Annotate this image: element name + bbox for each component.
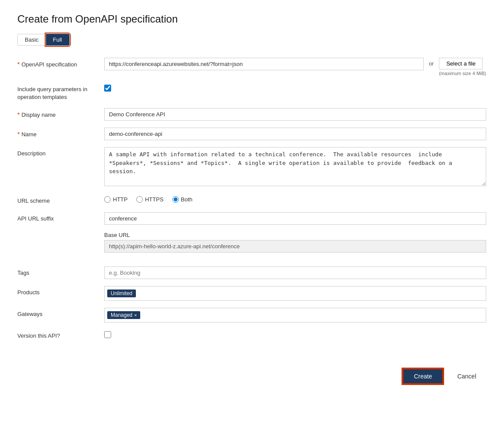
radio-both[interactable]: Both <box>172 196 193 203</box>
name-label: *Name <box>17 128 104 139</box>
base-url-input <box>104 240 486 253</box>
required-star: * <box>17 61 20 68</box>
include-query-row: Include query parameters in operation te… <box>17 83 487 101</box>
api-url-suffix-row: API URL suffix <box>17 212 487 225</box>
version-control <box>104 329 486 338</box>
gateways-control: Managed × <box>104 308 486 322</box>
version-checkbox[interactable] <box>104 331 111 338</box>
openapi-spec-input[interactable] <box>104 58 424 70</box>
products-label: Products <box>17 286 104 296</box>
gateways-input-area[interactable]: Managed × <box>104 308 486 322</box>
tab-basic[interactable]: Basic <box>17 34 46 46</box>
radio-http-label: HTTP <box>113 196 128 203</box>
tags-input[interactable] <box>104 266 486 279</box>
products-input-area[interactable]: Unlimited <box>104 286 486 301</box>
required-star-3: * <box>17 131 20 138</box>
products-chip-unlimited: Unlimited <box>107 289 136 297</box>
name-row: *Name <box>17 128 487 140</box>
url-scheme-row: URL scheme HTTP HTTPS Both <box>17 194 487 205</box>
gateways-label: Gateways <box>17 308 104 318</box>
base-url-control: Base URL <box>104 232 486 260</box>
name-control <box>104 128 486 140</box>
radio-both-label: Both <box>181 196 193 203</box>
radio-https-label: HTTPS <box>145 196 164 203</box>
name-input[interactable] <box>104 128 486 140</box>
gateways-chip-remove[interactable]: × <box>134 312 137 318</box>
description-row: Description A sample API with informatio… <box>17 147 487 187</box>
gateways-chip-managed: Managed × <box>107 311 140 319</box>
radio-both-input[interactable] <box>172 196 179 203</box>
version-label: Version this API? <box>17 329 104 340</box>
include-query-control <box>104 83 486 92</box>
include-query-checkbox[interactable] <box>104 85 111 92</box>
page-title: Create from OpenAPI specification <box>17 13 487 25</box>
cancel-button[interactable]: Cancel <box>447 368 487 384</box>
max-size-note: (maximum size 4 MiB) <box>439 71 486 76</box>
create-button[interactable]: Create <box>402 368 443 384</box>
version-row: Version this API? <box>17 329 487 340</box>
products-control: Unlimited <box>104 286 486 301</box>
api-url-suffix-input[interactable] <box>104 212 486 225</box>
api-url-suffix-label: API URL suffix <box>17 212 104 223</box>
display-name-row: *Display name <box>17 108 487 121</box>
required-star-2: * <box>17 111 20 118</box>
select-file-button[interactable]: Select a file <box>439 58 483 69</box>
description-label: Description <box>17 147 104 158</box>
gateways-chip-label: Managed <box>111 312 132 318</box>
base-url-row: Base URL <box>104 232 487 260</box>
tags-label: Tags <box>17 266 104 277</box>
or-label: or <box>429 58 434 67</box>
radio-https[interactable]: HTTPS <box>136 196 164 203</box>
tab-full[interactable]: Full <box>46 34 69 46</box>
products-chip-label: Unlimited <box>111 290 132 296</box>
products-row: Products Unlimited <box>17 286 487 301</box>
display-name-control <box>104 108 486 121</box>
base-url-label: Base URL <box>104 232 486 238</box>
api-url-suffix-control <box>104 212 486 225</box>
openapi-spec-label: *OpenAPI specification <box>17 58 104 69</box>
radio-http-input[interactable] <box>104 196 111 203</box>
url-scheme-label: URL scheme <box>17 194 104 205</box>
display-name-label: *Display name <box>17 108 104 119</box>
openapi-spec-row: *OpenAPI specification or Select a file … <box>17 58 487 76</box>
select-file-wrap: Select a file (maximum size 4 MiB) <box>439 58 486 76</box>
description-textarea[interactable]: A sample API with information related to… <box>104 147 486 186</box>
openapi-spec-control: or Select a file (maximum size 4 MiB) <box>104 58 486 76</box>
description-control: A sample API with information related to… <box>104 147 486 187</box>
include-query-label: Include query parameters in operation te… <box>17 83 104 101</box>
radio-http[interactable]: HTTP <box>104 196 128 203</box>
form-body: *OpenAPI specification or Select a file … <box>17 58 487 347</box>
tags-row: Tags <box>17 266 487 279</box>
mode-tab-group: Basic Full <box>17 34 487 46</box>
display-name-input[interactable] <box>104 108 486 121</box>
tags-control <box>104 266 486 279</box>
gateways-row: Gateways Managed × <box>17 308 487 322</box>
footer: Create Cancel <box>17 360 487 384</box>
url-scheme-control: HTTP HTTPS Both <box>104 194 486 203</box>
radio-https-input[interactable] <box>136 196 143 203</box>
